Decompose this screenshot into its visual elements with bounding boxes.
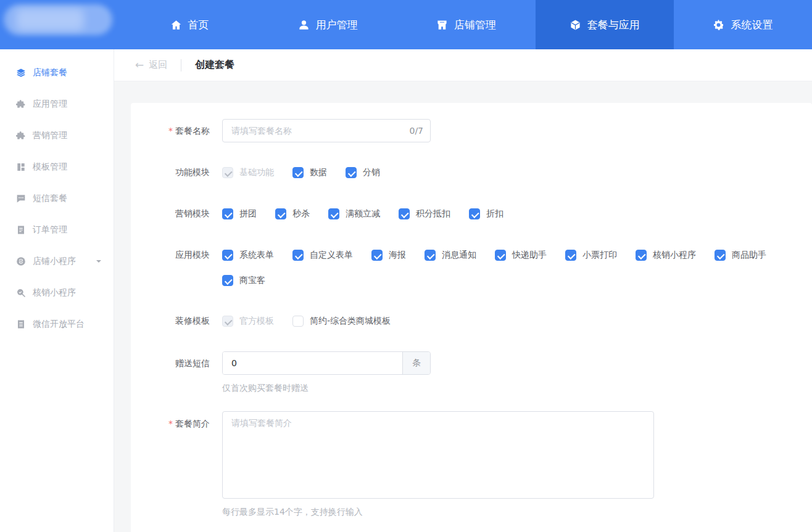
decoration-templates-group: 官方模板 简约-综合类商城模板 <box>222 315 800 327</box>
chevron-down-icon <box>96 260 101 265</box>
checkbox-icon <box>292 316 304 327</box>
page-title: 创建套餐 <box>195 59 234 72</box>
nav-item-label: 套餐与应用 <box>587 18 640 32</box>
checkbox-icon <box>399 208 410 219</box>
checkbox-option[interactable]: 官方模板 <box>222 316 274 327</box>
nav-item[interactable]: 店铺管理 <box>397 0 535 49</box>
checkbox-option[interactable]: 小票打印 <box>565 250 617 261</box>
checkbox-label: 简约-综合类商城模板 <box>310 316 391 327</box>
sidebar-item[interactable]: 模板管理 <box>0 151 114 182</box>
package-name-label: 套餐名称 <box>131 119 210 142</box>
sidebar-item-label: 核销小程序 <box>33 287 76 298</box>
checkbox-option[interactable]: 商品助手 <box>715 250 766 261</box>
checkbox-option[interactable]: 秒杀 <box>275 208 310 219</box>
checkbox-label: 积分抵扣 <box>416 208 450 219</box>
template-icon <box>16 162 26 172</box>
checkbox-option[interactable]: 积分抵扣 <box>399 208 450 219</box>
decoration-templates-label: 装修模板 <box>131 315 210 326</box>
gear-icon <box>713 19 724 31</box>
checkbox-option[interactable]: 数据 <box>292 167 327 178</box>
checkbox-icon <box>565 250 576 261</box>
checkbox-option[interactable]: 分销 <box>346 167 380 178</box>
form-row-decoration-templates: 装修模板 官方模板 简约-综合类商城模板 <box>131 315 800 327</box>
sidebar-item[interactable]: 营销管理 <box>0 120 114 151</box>
package-intro-textarea[interactable] <box>222 411 654 499</box>
checkbox-label: 数据 <box>310 167 327 178</box>
nav-item-label: 用户管理 <box>316 18 358 32</box>
nav-item-label: 店铺管理 <box>454 18 496 32</box>
checkbox-option[interactable]: 满额立减 <box>328 208 380 219</box>
checkbox-icon <box>371 250 383 261</box>
checkbox-label: 消息通知 <box>442 250 476 261</box>
form-row-package-intro: 套餐简介 每行最多显示14个字，支持换行输入 <box>131 411 800 518</box>
checkbox-option[interactable]: 海报 <box>371 250 406 261</box>
checkbox-option[interactable]: 快递助手 <box>495 250 547 261</box>
sidebar-item-label: 微信开放平台 <box>33 319 85 330</box>
checkbox-icon <box>292 250 304 261</box>
checkbox-label: 分销 <box>363 167 380 178</box>
sidebar-item-label: 应用管理 <box>33 99 67 110</box>
checkbox-option[interactable]: 核销小程序 <box>636 250 696 261</box>
sidebar-item[interactable]: 微信开放平台 <box>0 308 114 340</box>
checkbox-label: 满额立减 <box>346 208 380 219</box>
form-row-feature-modules: 功能模块 基础功能 数据 分销 <box>131 166 800 178</box>
checkbox-icon <box>425 250 436 261</box>
checkbox-option[interactable]: 折扣 <box>469 208 503 219</box>
nav-item[interactable]: 套餐与应用 <box>536 0 674 49</box>
sidebar-item-label: 营销管理 <box>33 130 67 141</box>
checkbox-option[interactable]: 系统表单 <box>222 250 274 261</box>
sidebar-item[interactable]: 核销小程序 <box>0 277 114 308</box>
top-navbar: 首页 用户管理 店铺管理 套餐与应用 系统设置 <box>0 0 812 49</box>
logo <box>0 0 120 49</box>
logo-blur-inner <box>16 9 84 31</box>
sidebar-item-label: 订单管理 <box>33 224 67 235</box>
form-card: 套餐名称 0/7 功能模块 基础功能 <box>131 103 812 532</box>
checkbox-icon <box>292 167 304 178</box>
sms-icon <box>16 194 26 203</box>
sidebar-item[interactable]: 订单管理 <box>0 214 114 245</box>
checkbox-label: 秒杀 <box>292 208 310 219</box>
package-intro-hint: 每行最多显示14个字，支持换行输入 <box>222 507 800 518</box>
checkbox-icon <box>715 250 726 261</box>
package-name-input[interactable] <box>222 119 431 142</box>
puzzle-icon <box>16 99 26 109</box>
checkbox-icon <box>222 275 233 286</box>
checkbox-icon <box>275 208 286 219</box>
sidebar-item-label: 短信套餐 <box>33 193 67 204</box>
form-row-marketing-modules: 营销模块 拼团 秒杀 满额立减 <box>131 208 800 219</box>
home-icon <box>170 19 182 31</box>
sidebar-item[interactable]: 短信套餐 <box>0 182 114 214</box>
checkbox-option[interactable]: 拼团 <box>222 208 257 219</box>
sidebar-item[interactable]: 店铺套餐 <box>0 57 114 88</box>
app-modules-label: 应用模块 <box>131 249 210 260</box>
checkbox-option[interactable]: 简约-综合类商城模板 <box>292 316 391 327</box>
gift-sms-hint: 仅首次购买套餐时赠送 <box>222 383 800 394</box>
checkbox-icon <box>469 208 480 219</box>
sidebar-item-label: 店铺小程序 <box>33 256 76 267</box>
checkbox-option[interactable]: 基础功能 <box>222 167 274 178</box>
checkbox-option[interactable]: 自定义表单 <box>292 250 353 261</box>
nav-item[interactable]: 首页 <box>120 0 259 49</box>
sidebar-item-label: 模板管理 <box>33 162 67 173</box>
checkbox-icon <box>222 250 233 261</box>
checkbox-label: 商宝客 <box>239 275 265 286</box>
verify-miniprogram-icon <box>16 288 26 298</box>
checkbox-icon <box>636 250 647 261</box>
checkbox-label: 官方模板 <box>239 316 274 327</box>
sidebar-item[interactable]: 应用管理 <box>0 88 114 120</box>
checkbox-option[interactable]: 商宝客 <box>222 275 265 286</box>
layers-icon <box>16 68 26 78</box>
checkbox-option[interactable]: 消息通知 <box>425 250 476 261</box>
sms-unit-addon: 条 <box>402 352 430 374</box>
checkbox-label: 系统表单 <box>239 250 274 261</box>
checkbox-icon <box>222 167 233 178</box>
char-counter: 0/7 <box>409 119 423 142</box>
gift-sms-input[interactable] <box>223 352 402 374</box>
sidebar-item-label: 店铺套餐 <box>33 67 67 78</box>
miniprogram-icon <box>16 256 26 266</box>
nav-item[interactable]: 系统设置 <box>674 0 812 49</box>
sidebar-item[interactable]: 店铺小程序 <box>0 245 114 277</box>
nav-item[interactable]: 用户管理 <box>259 0 397 49</box>
back-button[interactable]: ← 返回 <box>135 59 167 71</box>
user-icon <box>298 19 310 31</box>
